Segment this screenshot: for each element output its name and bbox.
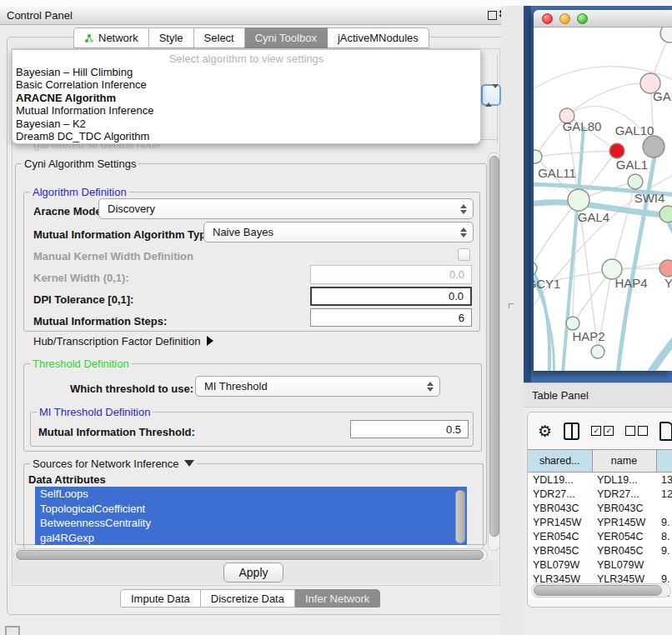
deselect-all-checkboxes-icon[interactable] — [625, 426, 648, 436]
table-cell: YBR043C — [528, 501, 592, 515]
table-cell: 9. — [656, 543, 672, 558]
zoom-window-icon[interactable] — [577, 13, 588, 24]
table-cell: YBR043C — [592, 501, 656, 515]
manual-kernel-label: Manual Kernel Width Definition — [33, 250, 193, 262]
minimize-window-icon[interactable] — [559, 13, 570, 24]
manual-kernel-checkbox[interactable] — [458, 248, 470, 261]
attributes-scrollbar-thumb[interactable] — [455, 490, 465, 543]
expand-right-icon — [207, 336, 213, 346]
collapse-down-icon — [184, 460, 194, 467]
node-bottom[interactable] — [591, 345, 604, 358]
node-gal11[interactable] — [529, 150, 542, 163]
dropdown-item[interactable]: Bayesian – Hill Climbing — [13, 66, 480, 78]
which-threshold-label: Which threshold to use: — [70, 382, 193, 395]
control-panel-titlebar: Control Panel ✖ — [0, 6, 521, 25]
table-row[interactable]: YBR045CYBR045C9. — [528, 543, 672, 558]
minimized-panel-icon[interactable] — [5, 626, 20, 635]
apply-button[interactable]: Apply — [223, 562, 283, 582]
float-panel-icon[interactable] — [488, 11, 497, 20]
which-threshold-value: MI Threshold — [204, 380, 268, 392]
node-gal4[interactable] — [568, 189, 589, 211]
columns-icon[interactable] — [564, 422, 579, 440]
attribute-item[interactable]: BetweennessCentrality — [35, 516, 467, 531]
panel-divider[interactable] — [501, 6, 524, 635]
node-gal10-gray[interactable] — [643, 136, 664, 158]
tab-style[interactable]: Style — [149, 28, 194, 48]
tab-jactivemnodules[interactable]: jActiveMNodules — [328, 28, 429, 48]
tab-network[interactable]: Network — [73, 28, 149, 48]
column-header[interactable]: shared... — [528, 450, 592, 472]
dropdown-item[interactable]: Bayesian – K2 — [13, 118, 480, 130]
table-cell: 8. — [656, 529, 672, 543]
dropdown-item[interactable]: ARACNE Algorithm — [13, 92, 480, 104]
node-red[interactable] — [609, 143, 624, 158]
attribute-item[interactable]: gal4RGexp — [35, 531, 467, 546]
dpi-tolerance-value: 0.0 — [449, 290, 464, 302]
node-salmon[interactable] — [659, 260, 672, 277]
mi-steps-field[interactable]: 6 — [310, 308, 472, 327]
mi-type-combobox[interactable]: Naive Bayes — [203, 222, 474, 242]
gear-icon[interactable]: ⚙ — [538, 423, 552, 439]
threshold-definition-title: Threshold Definition — [30, 358, 132, 370]
table-row[interactable]: YER054CYER054C8. — [528, 529, 672, 543]
aracne-mode-value: Discovery — [108, 202, 155, 215]
table-panel-title: Table Panel — [532, 389, 589, 402]
data-attributes-list[interactable]: SelfLoopsTopologicalCoefficientBetweenne… — [35, 487, 467, 548]
node-hap2[interactable] — [566, 317, 579, 330]
table-row[interactable]: YBL079WYBL079W — [528, 558, 672, 572]
tab-select[interactable]: Select — [194, 28, 245, 48]
tab-cyni-toolbox[interactable]: Cyni Toolbox — [245, 28, 328, 48]
network-window-titlebar[interactable] — [534, 10, 672, 28]
hidden-network-combo-fragment[interactable] — [481, 84, 501, 106]
kernel-width-value: 0.0 — [449, 268, 464, 281]
hub-definition-toggle[interactable]: Hub/Transcription Factor Definition — [33, 335, 213, 348]
mi-threshold-value: 0.5 — [446, 423, 461, 436]
close-window-icon[interactable] — [542, 13, 553, 24]
table-row[interactable]: YDL19...YDL19...13 — [528, 472, 672, 488]
control-panel-title: Control Panel — [7, 9, 73, 22]
table-hscrollbar-thumb[interactable] — [534, 585, 662, 596]
bottom-tab-impute-data[interactable]: Impute Data — [120, 589, 201, 608]
network-canvas[interactable]: GALGAL80GAL10GAL11GAL1SWI4GAL4GCY1HAP4YH… — [524, 6, 672, 382]
tab-label: jActiveMNodules — [338, 32, 419, 44]
node-gcy1[interactable] — [524, 262, 537, 275]
dropdown-item[interactable]: Basic Correlation Inference — [13, 78, 480, 91]
table-row[interactable]: YBR043CYBR043C — [528, 501, 672, 515]
table-cell: 12 — [656, 487, 672, 501]
settings-hscrollbar-thumb[interactable] — [16, 550, 484, 560]
hidden-groupbox-border2 — [479, 139, 498, 140]
bottom-tab-infer-network[interactable]: Infer Network — [295, 589, 380, 608]
dropdown-item[interactable]: Mutual Information Inference — [13, 104, 480, 117]
dropdown-item[interactable]: Dream8 DC_TDC Algorithm — [13, 130, 480, 142]
dpi-tolerance-label: DPI Tolerance [0,1]: — [33, 293, 133, 306]
dpi-tolerance-field[interactable]: 0.0 — [310, 287, 472, 306]
aracne-mode-label: Aracne Mode: — [33, 205, 105, 218]
export-table-icon[interactable] — [659, 422, 672, 441]
table-cell: YDL19... — [592, 472, 656, 488]
kernel-width-field[interactable]: 0.0 — [310, 265, 472, 284]
mi-steps-value: 6 — [459, 312, 464, 324]
table-toolbar: ⚙ ✓✓ — [528, 412, 672, 449]
node-label: GAL10 — [615, 123, 654, 138]
select-all-checkboxes-icon[interactable]: ✓✓ — [591, 426, 614, 436]
table-cell: YBR045C — [592, 543, 656, 558]
table-row[interactable]: YDR27...YDR27...12 — [528, 487, 672, 501]
column-header[interactable]: name — [592, 450, 656, 472]
aracne-mode-combobox[interactable]: Discovery — [98, 198, 474, 219]
divider-handle-icon[interactable] — [509, 303, 514, 308]
table-row[interactable]: YPR145WYPR145W9. — [528, 515, 672, 529]
table-cell: YER054C — [528, 529, 592, 543]
which-threshold-combobox[interactable]: MI Threshold — [195, 376, 440, 397]
tab-label: Discretize Data — [211, 592, 284, 605]
table-cell: 9. — [656, 515, 672, 529]
column-header[interactable] — [656, 450, 672, 472]
table-cell: YPR145W — [592, 515, 656, 529]
mi-threshold-field[interactable]: 0.5 — [350, 420, 469, 438]
tab-bar: NetworkStyleSelectCyni ToolboxjActiveMNo… — [73, 28, 429, 48]
node-swi4[interactable] — [659, 206, 672, 222]
attribute-item[interactable]: SelfLoops — [35, 487, 467, 502]
attribute-item[interactable]: TopologicalCoefficient — [35, 502, 467, 517]
bottom-tab-discretize-data[interactable]: Discretize Data — [201, 589, 295, 608]
node-gal1[interactable] — [628, 174, 643, 189]
settings-vscrollbar-thumb[interactable] — [489, 156, 499, 537]
